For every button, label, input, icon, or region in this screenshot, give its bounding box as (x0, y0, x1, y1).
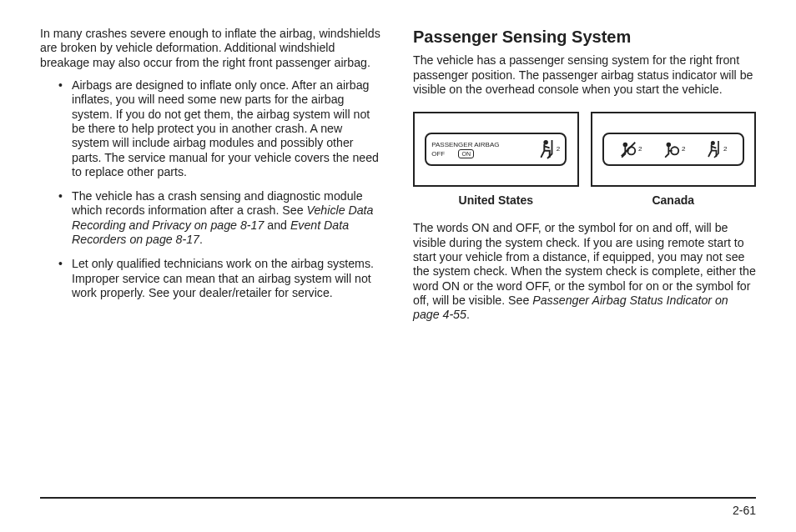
ca-sub-1: 2 (638, 145, 642, 153)
panel-us-line1: PASSENGER AIRBAG (431, 141, 533, 149)
panel-us-off: OFF (431, 150, 445, 158)
bullet-mid: and (264, 218, 290, 232)
two-column-layout: In many crashes severe enough to inflate… (40, 27, 756, 323)
caption-us: United States (413, 193, 579, 208)
caption-ca: Canada (591, 193, 757, 208)
seated-person-icon (706, 139, 723, 159)
section-heading: Passenger Sensing System (413, 27, 756, 47)
bullet-suffix: . (199, 233, 203, 246)
body-suffix: . (466, 308, 470, 321)
indicator-panel-ca: 2 2 (602, 133, 744, 166)
ca-symbol-seat: 2 (706, 139, 727, 159)
panel-us-line2: OFF ON (431, 149, 533, 158)
seated-person-icon (538, 138, 557, 160)
bullet-text: Let only qualified technicians work on t… (72, 257, 374, 299)
panel-us-sub: 2 (557, 145, 560, 153)
page-number: 2-61 (733, 504, 756, 517)
panel-us-on-box: ON (458, 149, 474, 158)
manual-page: In many crashes severe enough to inflate… (0, 0, 796, 532)
right-column: Passenger Sensing System The vehicle has… (413, 27, 756, 323)
ca-sub-3: 2 (723, 145, 727, 153)
left-column: In many crashes severe enough to inflate… (40, 27, 383, 323)
panel-us-text: PASSENGER AIRBAG OFF ON (431, 141, 533, 158)
section-body: The words ON and OFF, or the symbol for … (413, 221, 756, 322)
footer-rule (40, 497, 756, 499)
airbag-on-icon (662, 140, 681, 158)
ca-symbol-off: 2 (619, 140, 642, 158)
bullet-item-2: The vehicle has a crash sensing and diag… (58, 189, 383, 247)
indicator-diagrams: PASSENGER AIRBAG OFF ON 2 (413, 112, 756, 187)
section-intro: The vehicle has a passenger sensing syst… (413, 53, 756, 97)
bullet-item-3: Let only qualified technicians work on t… (58, 257, 383, 300)
airbag-off-icon (619, 140, 637, 158)
ca-symbol-on: 2 (662, 140, 685, 158)
intro-paragraph: In many crashes severe enough to inflate… (40, 27, 383, 70)
bullet-item-1: Airbags are designed to inflate only onc… (58, 78, 383, 179)
bullet-text: Airbags are designed to inflate only onc… (72, 78, 379, 178)
diagram-us: PASSENGER AIRBAG OFF ON 2 (413, 112, 579, 187)
bullet-list: Airbags are designed to inflate only onc… (40, 78, 383, 300)
ca-sub-2: 2 (682, 145, 685, 153)
diagram-ca: 2 2 (591, 112, 757, 187)
diagram-captions: United States Canada (413, 193, 756, 208)
indicator-panel-us: PASSENGER AIRBAG OFF ON 2 (425, 133, 567, 166)
